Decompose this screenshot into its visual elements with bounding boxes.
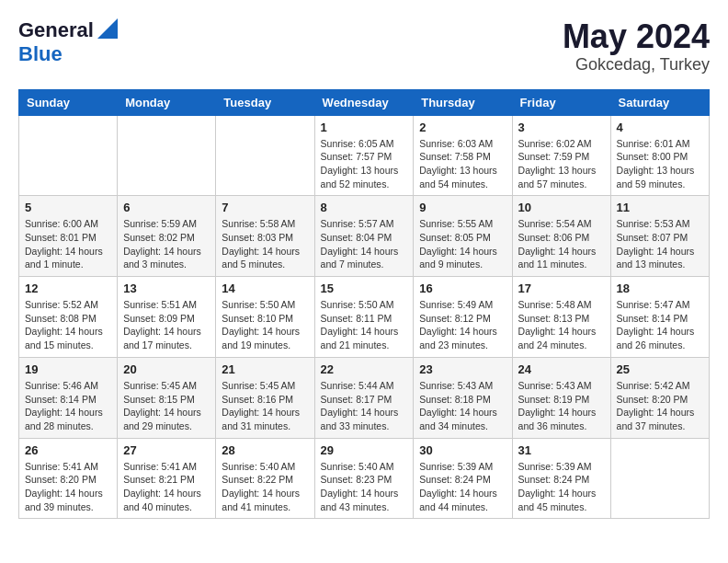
calendar-day-cell: 24Sunrise: 5:43 AM Sunset: 8:19 PM Dayli… [512, 357, 610, 438]
day-info: Sunrise: 5:51 AM Sunset: 8:09 PM Dayligh… [123, 298, 210, 352]
day-number: 26 [25, 443, 111, 457]
logo-blue-text: Blue [18, 42, 63, 65]
location-title: Gokcedag, Turkey [563, 55, 710, 75]
day-info: Sunrise: 5:41 AM Sunset: 8:20 PM Dayligh… [25, 460, 111, 514]
calendar-day-cell: 8Sunrise: 5:57 AM Sunset: 8:04 PM Daylig… [314, 196, 414, 277]
day-number: 13 [123, 282, 210, 295]
calendar-day-cell: 28Sunrise: 5:40 AM Sunset: 8:22 PM Dayli… [216, 438, 314, 519]
calendar-week-row: 1Sunrise: 6:05 AM Sunset: 7:57 PM Daylig… [19, 115, 710, 196]
day-number: 22 [321, 362, 408, 376]
day-info: Sunrise: 5:48 AM Sunset: 8:13 PM Dayligh… [518, 298, 605, 352]
page-header: General Blue May 2024 Gokcedag, Turkey [18, 18, 710, 75]
calendar-day-cell: 19Sunrise: 5:46 AM Sunset: 8:14 PM Dayli… [19, 357, 118, 438]
calendar-day-cell: 14Sunrise: 5:50 AM Sunset: 8:10 PM Dayli… [216, 277, 314, 358]
day-info: Sunrise: 5:46 AM Sunset: 8:14 PM Dayligh… [25, 379, 111, 433]
calendar-week-row: 12Sunrise: 5:52 AM Sunset: 8:08 PM Dayli… [19, 277, 710, 358]
calendar-day-cell: 1Sunrise: 6:05 AM Sunset: 7:57 PM Daylig… [314, 115, 414, 196]
day-info: Sunrise: 5:58 AM Sunset: 8:03 PM Dayligh… [222, 217, 308, 271]
calendar-day-cell: 4Sunrise: 6:01 AM Sunset: 8:00 PM Daylig… [610, 115, 709, 196]
day-info: Sunrise: 5:45 AM Sunset: 8:16 PM Dayligh… [222, 379, 308, 433]
calendar-day-cell: 22Sunrise: 5:44 AM Sunset: 8:17 PM Dayli… [314, 357, 414, 438]
day-info: Sunrise: 5:39 AM Sunset: 8:24 PM Dayligh… [419, 460, 506, 514]
calendar-day-cell: 13Sunrise: 5:51 AM Sunset: 8:09 PM Dayli… [118, 277, 216, 358]
day-number: 3 [518, 121, 605, 134]
calendar-day-cell: 7Sunrise: 5:58 AM Sunset: 8:03 PM Daylig… [216, 196, 314, 277]
calendar-week-row: 26Sunrise: 5:41 AM Sunset: 8:20 PM Dayli… [19, 438, 710, 519]
weekday-header-saturday: Saturday [610, 89, 709, 115]
day-info: Sunrise: 5:42 AM Sunset: 8:20 PM Dayligh… [617, 379, 703, 433]
day-info: Sunrise: 5:50 AM Sunset: 8:11 PM Dayligh… [321, 298, 408, 352]
weekday-header-wednesday: Wednesday [314, 89, 414, 115]
day-number: 10 [518, 201, 605, 214]
calendar-day-cell: 29Sunrise: 5:40 AM Sunset: 8:23 PM Dayli… [314, 438, 414, 519]
calendar-day-cell: 21Sunrise: 5:45 AM Sunset: 8:16 PM Dayli… [216, 357, 314, 438]
day-number: 7 [222, 201, 308, 214]
calendar-day-cell: 10Sunrise: 5:54 AM Sunset: 8:06 PM Dayli… [512, 196, 610, 277]
day-number: 27 [123, 443, 210, 457]
day-number: 18 [617, 282, 703, 295]
day-info: Sunrise: 6:02 AM Sunset: 7:59 PM Dayligh… [518, 137, 605, 191]
day-number: 1 [321, 121, 408, 134]
logo-icon [97, 18, 118, 42]
calendar-day-cell: 31Sunrise: 5:39 AM Sunset: 8:24 PM Dayli… [512, 438, 610, 519]
day-number: 15 [321, 282, 408, 295]
day-number: 20 [123, 362, 210, 376]
calendar-day-cell: 6Sunrise: 5:59 AM Sunset: 8:02 PM Daylig… [118, 196, 216, 277]
weekday-header-monday: Monday [118, 89, 216, 115]
day-info: Sunrise: 5:50 AM Sunset: 8:10 PM Dayligh… [222, 298, 308, 352]
weekday-header-row: SundayMondayTuesdayWednesdayThursdayFrid… [19, 89, 710, 115]
day-info: Sunrise: 6:00 AM Sunset: 8:01 PM Dayligh… [25, 217, 111, 271]
day-number: 29 [321, 443, 408, 457]
day-info: Sunrise: 5:45 AM Sunset: 8:15 PM Dayligh… [123, 379, 210, 433]
day-number: 4 [617, 121, 703, 134]
day-number: 21 [222, 362, 308, 376]
day-number: 8 [321, 201, 408, 214]
calendar-day-cell: 17Sunrise: 5:48 AM Sunset: 8:13 PM Dayli… [512, 277, 610, 358]
calendar-empty-cell [19, 115, 118, 196]
calendar-day-cell: 9Sunrise: 5:55 AM Sunset: 8:05 PM Daylig… [414, 196, 512, 277]
day-info: Sunrise: 6:01 AM Sunset: 8:00 PM Dayligh… [617, 137, 703, 191]
day-info: Sunrise: 5:57 AM Sunset: 8:04 PM Dayligh… [321, 217, 408, 271]
logo-general-text: General [18, 18, 94, 42]
calendar-empty-cell [216, 115, 314, 196]
day-info: Sunrise: 5:40 AM Sunset: 8:23 PM Dayligh… [321, 460, 408, 514]
day-number: 9 [419, 201, 506, 214]
day-number: 30 [419, 443, 506, 457]
calendar-day-cell: 25Sunrise: 5:42 AM Sunset: 8:20 PM Dayli… [610, 357, 709, 438]
day-info: Sunrise: 6:03 AM Sunset: 7:58 PM Dayligh… [419, 137, 506, 191]
weekday-header-thursday: Thursday [414, 89, 512, 115]
calendar-day-cell: 20Sunrise: 5:45 AM Sunset: 8:15 PM Dayli… [118, 357, 216, 438]
calendar-day-cell: 26Sunrise: 5:41 AM Sunset: 8:20 PM Dayli… [19, 438, 118, 519]
day-number: 25 [617, 362, 703, 376]
day-number: 14 [222, 282, 308, 295]
calendar-day-cell: 12Sunrise: 5:52 AM Sunset: 8:08 PM Dayli… [19, 277, 118, 358]
calendar-table: SundayMondayTuesdayWednesdayThursdayFrid… [18, 89, 710, 520]
calendar-day-cell: 15Sunrise: 5:50 AM Sunset: 8:11 PM Dayli… [314, 277, 414, 358]
day-info: Sunrise: 5:44 AM Sunset: 8:17 PM Dayligh… [321, 379, 408, 433]
calendar-day-cell: 2Sunrise: 6:03 AM Sunset: 7:58 PM Daylig… [414, 115, 512, 196]
day-info: Sunrise: 5:40 AM Sunset: 8:22 PM Dayligh… [222, 460, 308, 514]
day-number: 24 [518, 362, 605, 376]
day-number: 28 [222, 443, 308, 457]
calendar-day-cell: 3Sunrise: 6:02 AM Sunset: 7:59 PM Daylig… [512, 115, 610, 196]
day-number: 23 [419, 362, 506, 376]
day-number: 5 [25, 201, 111, 214]
weekday-header-tuesday: Tuesday [216, 89, 314, 115]
calendar-day-cell: 5Sunrise: 6:00 AM Sunset: 8:01 PM Daylig… [19, 196, 118, 277]
calendar-week-row: 19Sunrise: 5:46 AM Sunset: 8:14 PM Dayli… [19, 357, 710, 438]
calendar-day-cell: 27Sunrise: 5:41 AM Sunset: 8:21 PM Dayli… [118, 438, 216, 519]
logo: General Blue [18, 18, 118, 66]
calendar-week-row: 5Sunrise: 6:00 AM Sunset: 8:01 PM Daylig… [19, 196, 710, 277]
day-info: Sunrise: 5:47 AM Sunset: 8:14 PM Dayligh… [617, 298, 703, 352]
day-number: 16 [419, 282, 506, 295]
day-info: Sunrise: 5:41 AM Sunset: 8:21 PM Dayligh… [123, 460, 210, 514]
calendar-day-cell: 18Sunrise: 5:47 AM Sunset: 8:14 PM Dayli… [610, 277, 709, 358]
day-info: Sunrise: 5:55 AM Sunset: 8:05 PM Dayligh… [419, 217, 506, 271]
day-number: 31 [518, 443, 605, 457]
calendar-empty-cell [610, 438, 709, 519]
month-title: May 2024 [563, 18, 710, 55]
calendar-empty-cell [118, 115, 216, 196]
day-info: Sunrise: 6:05 AM Sunset: 7:57 PM Dayligh… [321, 137, 408, 191]
day-number: 11 [617, 201, 703, 214]
calendar-day-cell: 11Sunrise: 5:53 AM Sunset: 8:07 PM Dayli… [610, 196, 709, 277]
